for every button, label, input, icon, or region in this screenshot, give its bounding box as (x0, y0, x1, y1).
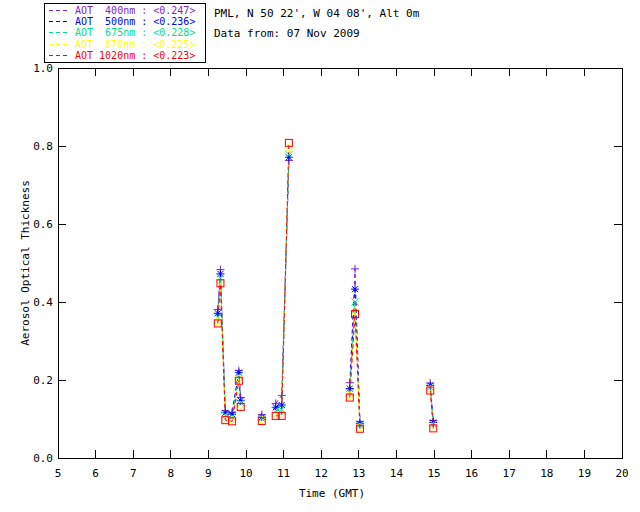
svg-text:15: 15 (427, 467, 440, 480)
legend-item-675nm: AOT 675nm : <0.228> (49, 27, 203, 38)
svg-text:16: 16 (465, 467, 478, 480)
axis-ticks (58, 68, 622, 458)
series-markers-aot-1020nm (214, 139, 436, 432)
svg-text:17: 17 (503, 467, 516, 480)
svg-text:13: 13 (352, 467, 365, 480)
svg-text:0.0: 0.0 (33, 452, 53, 465)
series-line-aot-500nm (218, 157, 433, 423)
svg-text:6: 6 (92, 467, 99, 480)
legend-box: AOT 400nm : <0.247> AOT 500nm : <0.236> … (44, 3, 206, 63)
legend-line-sample-icon (49, 21, 70, 22)
svg-text:8: 8 (167, 467, 174, 480)
series-line-aot-400nm (218, 160, 433, 421)
series-line-aot-675nm (218, 155, 433, 426)
legend-line-sample-icon (49, 10, 70, 11)
svg-text:7: 7 (130, 467, 137, 480)
series-markers-aot-400nm (214, 156, 437, 425)
x-axis-title: Time (GMT) (299, 487, 365, 500)
svg-text:0.8: 0.8 (33, 140, 53, 153)
svg-text:0.4: 0.4 (33, 296, 53, 309)
svg-text:0.6: 0.6 (33, 218, 53, 231)
svg-text:20: 20 (615, 467, 628, 480)
series-markers-aot-675nm (214, 151, 436, 429)
legend-item-870nm: AOT 870nm : <0.225> (49, 39, 203, 50)
series-line-aot-1020nm (218, 143, 433, 429)
legend-item-1020nm: AOT 1020nm : <0.223> (49, 50, 203, 61)
svg-text:14: 14 (390, 467, 404, 480)
x-tick-labels: 567891011121314151617181920 (55, 467, 629, 480)
legend-line-sample-icon (49, 32, 70, 33)
legend-line-sample-icon (49, 55, 70, 56)
svg-text:9: 9 (205, 467, 212, 480)
legend-item-label: AOT 400nm : <0.247> (75, 5, 195, 16)
legend-item-500nm: AOT 500nm : <0.236> (49, 16, 203, 27)
legend-line-sample-icon (49, 44, 70, 45)
y-axis-title: Aerosol Optical Thickness (19, 180, 32, 346)
svg-text:10: 10 (239, 467, 252, 480)
svg-text:5: 5 (55, 467, 62, 480)
legend-item-400nm: AOT 400nm : <0.247> (49, 5, 203, 16)
series-markers-aot-500nm (214, 153, 437, 427)
svg-text:18: 18 (540, 467, 553, 480)
sun-photometer-aot-plot: AOT 400nm : <0.247> AOT 500nm : <0.236> … (0, 0, 640, 512)
series-line-aot-870nm (218, 148, 433, 427)
svg-text:11: 11 (277, 467, 290, 480)
svg-text:19: 19 (578, 467, 591, 480)
svg-text:0.2: 0.2 (33, 374, 53, 387)
legend-item-label: AOT 870nm : <0.225> (75, 39, 195, 50)
legend-item-label: AOT 500nm : <0.236> (75, 16, 195, 27)
legend-item-label: AOT 675nm : <0.228> (75, 27, 195, 38)
y-tick-labels: 0.00.20.40.60.81.0 (33, 62, 53, 465)
svg-text:12: 12 (315, 467, 328, 480)
legend-item-label: AOT 1020nm : <0.223> (75, 50, 195, 61)
svg-text:1.0: 1.0 (33, 62, 53, 75)
series-markers-aot-870nm (214, 144, 437, 431)
aot-time-series-chart: 5678910111213141516171819200.00.20.40.60… (0, 0, 640, 512)
plot-border (58, 68, 622, 458)
